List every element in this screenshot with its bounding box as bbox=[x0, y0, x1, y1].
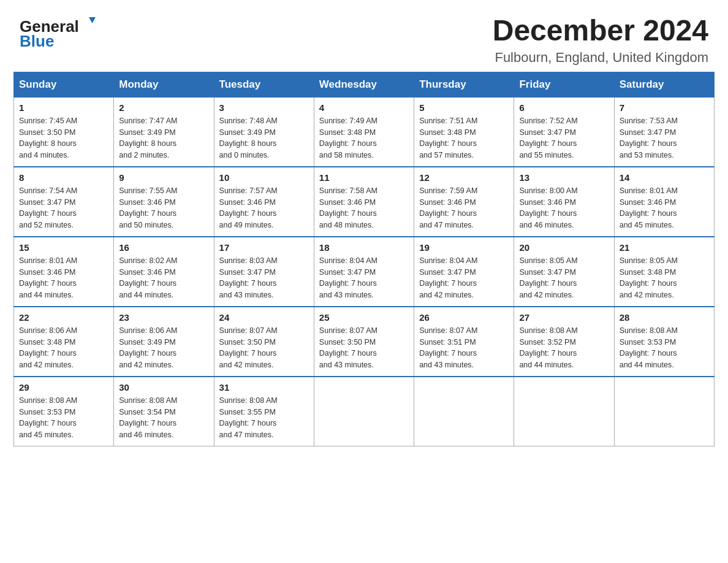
table-row: 14 Sunrise: 8:01 AMSunset: 3:46 PMDaylig… bbox=[614, 167, 714, 237]
table-row: 1 Sunrise: 7:45 AMSunset: 3:50 PMDayligh… bbox=[14, 97, 114, 167]
day-info: Sunrise: 8:01 AMSunset: 3:46 PMDaylight:… bbox=[620, 185, 709, 231]
table-row: 29 Sunrise: 8:08 AMSunset: 3:53 PMDaylig… bbox=[14, 377, 114, 446]
day-number: 24 bbox=[219, 312, 309, 323]
day-info: Sunrise: 8:08 AMSunset: 3:52 PMDaylight:… bbox=[519, 325, 609, 371]
day-number: 3 bbox=[219, 102, 309, 113]
logo-image: General Blue bbox=[20, 15, 99, 48]
col-thursday: Thursday bbox=[414, 72, 514, 97]
col-sunday: Sunday bbox=[14, 72, 114, 97]
table-row: 11 Sunrise: 7:58 AMSunset: 3:46 PMDaylig… bbox=[314, 167, 414, 237]
day-info: Sunrise: 8:00 AMSunset: 3:46 PMDaylight:… bbox=[519, 185, 609, 231]
day-info: Sunrise: 7:49 AMSunset: 3:48 PMDaylight:… bbox=[319, 115, 409, 161]
day-number: 18 bbox=[319, 242, 409, 253]
day-number: 4 bbox=[319, 102, 409, 113]
day-number: 21 bbox=[620, 242, 709, 253]
table-row: 31 Sunrise: 8:08 AMSunset: 3:55 PMDaylig… bbox=[214, 377, 314, 446]
logo: General Blue bbox=[20, 15, 99, 48]
calendar-week-row: 29 Sunrise: 8:08 AMSunset: 3:53 PMDaylig… bbox=[14, 377, 715, 446]
day-number: 30 bbox=[119, 382, 208, 393]
table-row: 21 Sunrise: 8:05 AMSunset: 3:48 PMDaylig… bbox=[614, 237, 714, 307]
day-info: Sunrise: 7:58 AMSunset: 3:46 PMDaylight:… bbox=[319, 185, 409, 231]
calendar-week-row: 8 Sunrise: 7:54 AMSunset: 3:47 PMDayligh… bbox=[14, 167, 715, 237]
day-info: Sunrise: 7:52 AMSunset: 3:47 PMDaylight:… bbox=[519, 115, 609, 161]
day-info: Sunrise: 7:51 AMSunset: 3:48 PMDaylight:… bbox=[419, 115, 509, 161]
col-monday: Monday bbox=[114, 72, 214, 97]
day-info: Sunrise: 8:07 AMSunset: 3:50 PMDaylight:… bbox=[219, 325, 309, 371]
day-number: 17 bbox=[219, 242, 309, 253]
day-number: 25 bbox=[319, 312, 409, 323]
location-subtitle: Fulbourn, England, United Kingdom bbox=[493, 50, 708, 66]
day-number: 19 bbox=[419, 242, 509, 253]
calendar-week-row: 22 Sunrise: 8:06 AMSunset: 3:48 PMDaylig… bbox=[14, 307, 715, 377]
day-info: Sunrise: 7:59 AMSunset: 3:46 PMDaylight:… bbox=[419, 185, 509, 231]
col-tuesday: Tuesday bbox=[214, 72, 314, 97]
day-info: Sunrise: 8:08 AMSunset: 3:55 PMDaylight:… bbox=[219, 395, 309, 441]
table-row: 5 Sunrise: 7:51 AMSunset: 3:48 PMDayligh… bbox=[414, 97, 514, 167]
svg-marker-1 bbox=[89, 17, 96, 23]
title-area: December 2024 Fulbourn, England, United … bbox=[493, 15, 708, 66]
day-number: 29 bbox=[19, 382, 108, 393]
table-row: 7 Sunrise: 7:53 AMSunset: 3:47 PMDayligh… bbox=[614, 97, 714, 167]
calendar-week-row: 1 Sunrise: 7:45 AMSunset: 3:50 PMDayligh… bbox=[14, 97, 715, 167]
day-number: 16 bbox=[119, 242, 208, 253]
table-row: 12 Sunrise: 7:59 AMSunset: 3:46 PMDaylig… bbox=[414, 167, 514, 237]
table-row: 23 Sunrise: 8:06 AMSunset: 3:49 PMDaylig… bbox=[114, 307, 214, 377]
table-row: 18 Sunrise: 8:04 AMSunset: 3:47 PMDaylig… bbox=[314, 237, 414, 307]
table-row: 20 Sunrise: 8:05 AMSunset: 3:47 PMDaylig… bbox=[514, 237, 614, 307]
month-title: December 2024 bbox=[493, 15, 708, 47]
day-info: Sunrise: 8:04 AMSunset: 3:47 PMDaylight:… bbox=[419, 255, 509, 301]
calendar-week-row: 15 Sunrise: 8:01 AMSunset: 3:46 PMDaylig… bbox=[14, 237, 715, 307]
table-row: 9 Sunrise: 7:55 AMSunset: 3:46 PMDayligh… bbox=[114, 167, 214, 237]
table-row bbox=[314, 377, 414, 446]
day-info: Sunrise: 8:07 AMSunset: 3:51 PMDaylight:… bbox=[419, 325, 509, 371]
day-number: 6 bbox=[519, 102, 609, 113]
table-row: 2 Sunrise: 7:47 AMSunset: 3:49 PMDayligh… bbox=[114, 97, 214, 167]
calendar: Sunday Monday Tuesday Wednesday Thursday… bbox=[0, 72, 728, 460]
day-info: Sunrise: 7:57 AMSunset: 3:46 PMDaylight:… bbox=[219, 185, 309, 231]
table-row: 4 Sunrise: 7:49 AMSunset: 3:48 PMDayligh… bbox=[314, 97, 414, 167]
day-info: Sunrise: 7:54 AMSunset: 3:47 PMDaylight:… bbox=[19, 185, 108, 231]
day-info: Sunrise: 8:02 AMSunset: 3:46 PMDaylight:… bbox=[119, 255, 208, 301]
col-saturday: Saturday bbox=[614, 72, 714, 97]
table-row: 16 Sunrise: 8:02 AMSunset: 3:46 PMDaylig… bbox=[114, 237, 214, 307]
svg-text:Blue: Blue bbox=[20, 32, 54, 48]
table-row: 19 Sunrise: 8:04 AMSunset: 3:47 PMDaylig… bbox=[414, 237, 514, 307]
day-number: 1 bbox=[19, 102, 108, 113]
table-row: 30 Sunrise: 8:08 AMSunset: 3:54 PMDaylig… bbox=[114, 377, 214, 446]
day-number: 23 bbox=[119, 312, 208, 323]
day-number: 31 bbox=[219, 382, 309, 393]
table-row: 15 Sunrise: 8:01 AMSunset: 3:46 PMDaylig… bbox=[14, 237, 114, 307]
day-number: 9 bbox=[119, 172, 208, 183]
table-row: 8 Sunrise: 7:54 AMSunset: 3:47 PMDayligh… bbox=[14, 167, 114, 237]
table-row bbox=[414, 377, 514, 446]
day-info: Sunrise: 8:05 AMSunset: 3:47 PMDaylight:… bbox=[519, 255, 609, 301]
table-row: 13 Sunrise: 8:00 AMSunset: 3:46 PMDaylig… bbox=[514, 167, 614, 237]
day-number: 26 bbox=[419, 312, 509, 323]
day-info: Sunrise: 7:47 AMSunset: 3:49 PMDaylight:… bbox=[119, 115, 208, 161]
day-info: Sunrise: 8:08 AMSunset: 3:53 PMDaylight:… bbox=[620, 325, 709, 371]
day-info: Sunrise: 7:53 AMSunset: 3:47 PMDaylight:… bbox=[620, 115, 709, 161]
day-info: Sunrise: 8:08 AMSunset: 3:54 PMDaylight:… bbox=[119, 395, 208, 441]
day-info: Sunrise: 8:05 AMSunset: 3:48 PMDaylight:… bbox=[620, 255, 709, 301]
day-number: 20 bbox=[519, 242, 609, 253]
calendar-table: Sunday Monday Tuesday Wednesday Thursday… bbox=[13, 72, 715, 446]
day-info: Sunrise: 8:03 AMSunset: 3:47 PMDaylight:… bbox=[219, 255, 309, 301]
table-row bbox=[614, 377, 714, 446]
table-row: 22 Sunrise: 8:06 AMSunset: 3:48 PMDaylig… bbox=[14, 307, 114, 377]
col-wednesday: Wednesday bbox=[314, 72, 414, 97]
table-row bbox=[514, 377, 614, 446]
table-row: 28 Sunrise: 8:08 AMSunset: 3:53 PMDaylig… bbox=[614, 307, 714, 377]
table-row: 3 Sunrise: 7:48 AMSunset: 3:49 PMDayligh… bbox=[214, 97, 314, 167]
table-row: 6 Sunrise: 7:52 AMSunset: 3:47 PMDayligh… bbox=[514, 97, 614, 167]
day-number: 7 bbox=[620, 102, 709, 113]
day-info: Sunrise: 8:06 AMSunset: 3:48 PMDaylight:… bbox=[19, 325, 108, 371]
page-header: General Blue December 2024 Fulbourn, Eng… bbox=[0, 0, 728, 72]
table-row: 24 Sunrise: 8:07 AMSunset: 3:50 PMDaylig… bbox=[214, 307, 314, 377]
col-friday: Friday bbox=[514, 72, 614, 97]
day-number: 5 bbox=[419, 102, 509, 113]
table-row: 25 Sunrise: 8:07 AMSunset: 3:50 PMDaylig… bbox=[314, 307, 414, 377]
day-info: Sunrise: 8:07 AMSunset: 3:50 PMDaylight:… bbox=[319, 325, 409, 371]
table-row: 26 Sunrise: 8:07 AMSunset: 3:51 PMDaylig… bbox=[414, 307, 514, 377]
day-number: 13 bbox=[519, 172, 609, 183]
day-number: 28 bbox=[620, 312, 709, 323]
